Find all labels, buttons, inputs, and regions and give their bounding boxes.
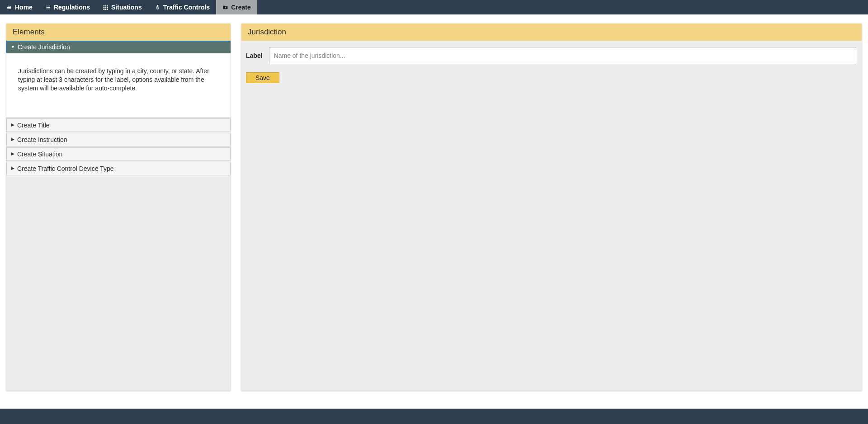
nav-label: Situations bbox=[111, 4, 142, 11]
nav-label: Home bbox=[15, 4, 33, 11]
accordion-header-title[interactable]: ▶ Create Title bbox=[6, 118, 231, 132]
car-icon bbox=[6, 5, 12, 10]
jurisdiction-label-input[interactable] bbox=[269, 47, 857, 64]
accordion-body-jurisdiction: Jurisdictions can be created by typing i… bbox=[6, 53, 231, 118]
accordion-item-traffic-control-device-type: ▶ Create Traffic Control Device Type bbox=[6, 162, 231, 175]
accordion-header-instruction[interactable]: ▶ Create Instruction bbox=[6, 133, 231, 146]
save-button[interactable]: Save bbox=[246, 72, 279, 83]
chevron-right-icon: ▶ bbox=[11, 137, 14, 141]
accordion-header-jurisdiction[interactable]: ▼ Create Jurisdiction bbox=[6, 41, 231, 53]
accordion-item-title: ▶ Create Title bbox=[6, 118, 231, 132]
accordion-item-situation: ▶ Create Situation bbox=[6, 147, 231, 161]
accordion-label: Create Title bbox=[17, 122, 50, 129]
nav-label: Regulations bbox=[54, 4, 90, 11]
jurisdiction-form: Label Save bbox=[241, 41, 862, 90]
accordion-label: Create Jurisdiction bbox=[18, 43, 70, 51]
jurisdiction-panel-title: Jurisdiction bbox=[241, 24, 862, 41]
accordion-header-tcdt[interactable]: ▶ Create Traffic Control Device Type bbox=[6, 162, 231, 175]
accordion-label: Create Traffic Control Device Type bbox=[17, 165, 113, 172]
grid-icon bbox=[103, 5, 108, 10]
elements-panel: Elements ▼ Create Jurisdiction Jurisdict… bbox=[6, 24, 231, 391]
nav-traffic-controls[interactable]: Traffic Controls bbox=[148, 0, 216, 14]
accordion-label: Create Situation bbox=[17, 151, 62, 158]
label-field-label: Label bbox=[246, 52, 263, 59]
chevron-right-icon: ▶ bbox=[11, 152, 14, 156]
jurisdiction-panel: Jurisdiction Label Save bbox=[241, 24, 862, 391]
traffic-icon bbox=[155, 5, 160, 10]
accordion-item-jurisdiction: ▼ Create Jurisdiction Jurisdictions can … bbox=[6, 41, 231, 118]
nav-create[interactable]: Create bbox=[216, 0, 257, 14]
nav-label: Traffic Controls bbox=[163, 4, 210, 11]
label-row: Label bbox=[246, 47, 857, 64]
nav-regulations[interactable]: Regulations bbox=[39, 0, 96, 14]
top-navbar: Home Regulations Situations Traffic Cont… bbox=[0, 0, 868, 14]
chevron-down-icon: ▼ bbox=[11, 45, 15, 49]
elements-accordion: ▼ Create Jurisdiction Jurisdictions can … bbox=[6, 41, 231, 175]
accordion-item-instruction: ▶ Create Instruction bbox=[6, 133, 231, 146]
nav-situations[interactable]: Situations bbox=[96, 0, 148, 14]
accordion-header-situation[interactable]: ▶ Create Situation bbox=[6, 147, 231, 161]
elements-panel-title: Elements bbox=[6, 24, 231, 41]
nav-home[interactable]: Home bbox=[0, 0, 39, 14]
chevron-right-icon: ▶ bbox=[11, 123, 14, 127]
footer-bar bbox=[0, 409, 868, 424]
accordion-label: Create Instruction bbox=[17, 136, 67, 143]
main-content: Elements ▼ Create Jurisdiction Jurisdict… bbox=[0, 14, 868, 409]
nav-label: Create bbox=[231, 4, 251, 11]
folder-icon bbox=[222, 5, 228, 10]
list-icon bbox=[45, 5, 51, 10]
chevron-right-icon: ▶ bbox=[11, 166, 14, 170]
